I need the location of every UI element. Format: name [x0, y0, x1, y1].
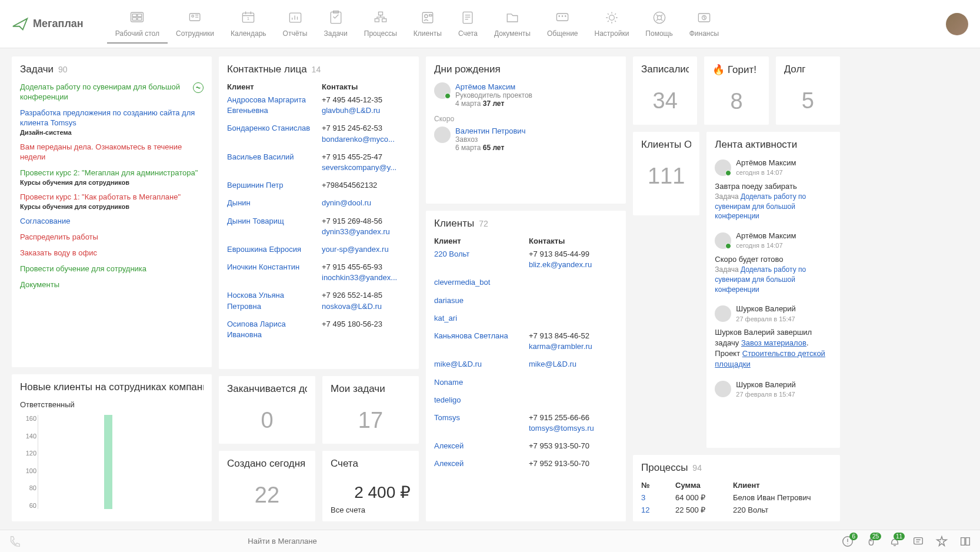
invoices-all[interactable]: Все счета — [331, 506, 411, 514]
contact-name[interactable]: Дынин — [227, 198, 316, 208]
debt-title: Долг — [784, 64, 832, 75]
bday-name[interactable]: Артёмов Максим — [455, 82, 515, 91]
task-item[interactable]: Документы — [20, 280, 204, 290]
avatar[interactable] — [715, 232, 731, 249]
contact-name[interactable]: Осипова Лариса Ивановна — [227, 319, 316, 340]
mytasks-value: 17 — [331, 402, 411, 437]
nav-icon — [503, 9, 522, 26]
nav-Рабочий стол[interactable]: Рабочий стол — [107, 5, 168, 44]
contact-name[interactable]: Бондаренко Станислав — [227, 123, 316, 144]
signed-title: Записались на ве... — [641, 64, 689, 75]
avatar[interactable] — [434, 127, 451, 143]
activity-who[interactable]: Артёмов Максим — [736, 158, 796, 168]
svg-point-16 — [425, 14, 428, 17]
nav-Сотрудники[interactable]: Сотрудники — [168, 5, 222, 44]
nav-Финансы[interactable]: Финансы — [681, 5, 727, 44]
nav-label: Документы — [494, 29, 531, 38]
contact-name[interactable]: kat_ari — [434, 313, 523, 324]
activity-who[interactable]: Шурков Валерий — [736, 380, 796, 390]
fire-card: 🔥 Горит!8 — [704, 56, 768, 125]
contact-name[interactable]: clevermedia_bot — [434, 277, 523, 288]
contact-name[interactable]: Вершинин Петр — [227, 180, 316, 191]
signed-value: 34 — [641, 82, 689, 117]
contact-info: +7 926 552-14-85noskova@L&D.ru — [322, 290, 411, 311]
contact-name[interactable]: dariasue — [434, 295, 523, 306]
contact-info: +7 952 913-50-70 — [529, 458, 618, 469]
contact-name[interactable]: Васильев Василий — [227, 152, 316, 173]
created-title: Создано сегодня — [227, 458, 307, 470]
contact-info: +7 495 180-56-23 — [322, 319, 411, 340]
nav-icon — [128, 9, 146, 26]
task-item[interactable]: Доделать работу по сувенирам для большой… — [20, 82, 204, 102]
contact-name[interactable]: mike@L&D.ru — [434, 359, 523, 370]
contact-info: +7 915 269-48-56dynin33@yandex.ru — [322, 216, 411, 237]
nav-Настройки[interactable]: Настройки — [586, 5, 638, 44]
contact-name[interactable]: Иночкин Константин — [227, 262, 316, 283]
tasks-list: Доделать работу по сувенирам для большой… — [20, 82, 204, 295]
task-item[interactable]: Провести курс 2: "Мегаплан для администр… — [20, 168, 204, 187]
contact-name[interactable]: Каньянова Светлана — [434, 331, 523, 352]
task-item[interactable]: Разработка предложения по созданию сайта… — [20, 108, 204, 137]
proc-num[interactable]: 3 — [641, 493, 671, 502]
nav-Клиенты[interactable]: Клиенты — [405, 5, 450, 44]
activity-who[interactable]: Артёмов Максим — [736, 231, 796, 241]
task-item[interactable]: Заказать воду в офис — [20, 248, 204, 258]
nav-Отчёты[interactable]: Отчёты — [275, 5, 316, 44]
contact-name[interactable]: Носкова Ульяна Петровна — [227, 290, 316, 311]
activity-card: Лента активностиАртёмов Максимсегодня в … — [706, 132, 840, 448]
activity-title: Лента активности — [715, 139, 832, 151]
mytasks-card: Мои задачи 17 — [322, 376, 419, 444]
contact-name[interactable]: Алексей — [434, 441, 523, 451]
nav-Документы[interactable]: Документы — [486, 5, 539, 44]
contact-name[interactable]: Дынин Товарищ — [227, 216, 316, 237]
clients-scroll: Клиент Контакты 220 Вольт+7 913 845-44-9… — [434, 237, 618, 474]
task-item[interactable]: Провести курс 1: "Как работать в Мегапла… — [20, 192, 204, 211]
created-value: 22 — [227, 477, 307, 511]
contact-info: dynin@dool.ru — [322, 198, 411, 208]
nav-Общение[interactable]: Общение — [539, 5, 586, 44]
logo[interactable]: Мегаплан — [12, 15, 84, 33]
nav-Календарь[interactable]: 1Календарь — [222, 5, 275, 44]
tasks-title: Задачи 90 — [20, 64, 204, 75]
task-item[interactable]: Вам переданы дела. Ознакомьтесь в течени… — [20, 142, 204, 162]
contact-name[interactable]: Еврошкина Ефросия — [227, 244, 316, 255]
nav-label: Клиенты — [414, 29, 442, 38]
bday-name[interactable]: Валентин Петрович — [455, 127, 525, 135]
newclients-card: Новые клиенты на сотрудниках компани... … — [12, 374, 212, 521]
contact-info: +7 915 455-65-93inochkin33@yandex... — [322, 262, 411, 283]
proc-sum: 22 500 ₽ — [675, 506, 728, 514]
nav-Помощь[interactable]: Помощь — [637, 5, 681, 44]
proc-num[interactable]: 12 — [641, 506, 671, 514]
activity-who[interactable]: Шурков Валерий — [736, 304, 796, 314]
contact-name[interactable]: Noname — [434, 377, 523, 388]
task-item[interactable]: Распределить работы — [20, 232, 204, 242]
avatar[interactable] — [715, 159, 731, 176]
contact-name[interactable]: Tomsys — [434, 413, 523, 434]
title-text: Клиенты — [434, 218, 474, 230]
svg-rect-4 — [138, 18, 142, 20]
proc-client: Белов Иван Петрович — [733, 493, 832, 502]
svg-rect-2 — [138, 14, 142, 16]
contact-name[interactable]: 220 Вольт — [434, 249, 523, 270]
task-item[interactable]: Согласование — [20, 217, 204, 227]
contact-name[interactable]: Андросова Маргарита Евгеньевна — [227, 95, 316, 116]
avatar[interactable] — [715, 305, 731, 322]
avatar[interactable] — [434, 82, 451, 99]
mytasks-title: Мои задачи — [331, 383, 411, 395]
nav-Задачи[interactable]: Задачи — [316, 5, 356, 44]
logo-text: Мегаплан — [33, 18, 84, 30]
proc-sum: 64 000 ₽ — [675, 493, 728, 502]
user-avatar[interactable] — [946, 13, 968, 35]
dashboard: Задачи 90 Доделать работу по сувенирам д… — [0, 48, 980, 530]
nav-icon — [371, 9, 390, 26]
nav-Счета[interactable]: Счета — [450, 5, 486, 44]
nav-label: Счета — [458, 29, 478, 38]
logo-icon — [12, 15, 29, 33]
task-item[interactable]: Провести обучение для сотрудника — [20, 264, 204, 274]
nav-Процессы[interactable]: Процессы — [356, 5, 405, 44]
contact-name[interactable]: Алексей — [434, 458, 523, 469]
bar — [104, 415, 112, 509]
nav-label: Финансы — [689, 29, 719, 38]
avatar[interactable] — [715, 381, 731, 397]
contact-name[interactable]: tedeligo — [434, 395, 523, 405]
